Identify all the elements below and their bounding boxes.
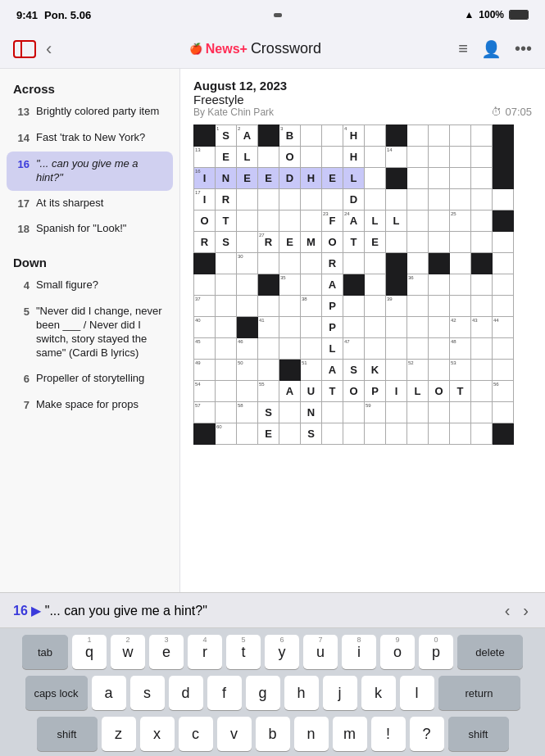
grid-cell[interactable]: E: [216, 147, 237, 168]
grid-cell[interactable]: R: [194, 232, 216, 253]
grid-cell[interactable]: [429, 125, 450, 147]
grid-cell[interactable]: [365, 168, 386, 189]
grid-cell[interactable]: E: [237, 168, 258, 189]
grid-cell[interactable]: [429, 232, 450, 253]
grid-cell[interactable]: [471, 402, 493, 423]
grid-cell[interactable]: 54: [194, 381, 216, 402]
grid-cell[interactable]: 60: [216, 423, 237, 445]
grid-cell[interactable]: [301, 125, 322, 147]
key-exclaim[interactable]: !: [371, 717, 406, 751]
grid-cell[interactable]: L: [386, 211, 407, 232]
grid-cell[interactable]: [279, 317, 301, 338]
grid-cell[interactable]: 36: [407, 274, 429, 296]
grid-cell[interactable]: T: [322, 381, 343, 402]
grid-cell[interactable]: [386, 168, 407, 189]
grid-cell[interactable]: [279, 360, 301, 381]
sidebar-toggle-button[interactable]: [13, 40, 36, 58]
tab-key[interactable]: tab: [22, 635, 68, 669]
grid-cell[interactable]: [407, 402, 429, 423]
grid-cell[interactable]: [237, 189, 258, 211]
grid-cell[interactable]: [493, 360, 514, 381]
grid-cell[interactable]: H: [343, 147, 365, 168]
clue-next-button[interactable]: ›: [520, 601, 532, 620]
grid-cell[interactable]: 53: [450, 360, 471, 381]
grid-cell[interactable]: R: [322, 253, 343, 274]
clue-across-16[interactable]: 16 "... can you give me a hint?": [7, 152, 173, 191]
grid-cell[interactable]: 4H: [343, 125, 365, 147]
grid-cell[interactable]: [258, 274, 279, 296]
clue-prev-button[interactable]: ‹: [502, 601, 514, 620]
grid-cell[interactable]: [386, 232, 407, 253]
clue-across-13[interactable]: 13 Brightly colored party item: [0, 99, 179, 125]
grid-cell[interactable]: [471, 360, 493, 381]
grid-cell[interactable]: [301, 253, 322, 274]
grid-cell[interactable]: [407, 338, 429, 360]
grid-cell[interactable]: 27R: [258, 232, 279, 253]
grid-cell[interactable]: 17I: [194, 189, 216, 211]
grid-cell[interactable]: [450, 168, 471, 189]
grid-cell[interactable]: [237, 381, 258, 402]
key-f[interactable]: f: [207, 676, 242, 710]
grid-cell[interactable]: [471, 232, 493, 253]
grid-cell[interactable]: [258, 253, 279, 274]
grid-cell[interactable]: [365, 125, 386, 147]
grid-cell[interactable]: [194, 125, 216, 147]
grid-cell[interactable]: 41: [258, 317, 279, 338]
grid-cell[interactable]: [279, 338, 301, 360]
grid-cell[interactable]: [365, 147, 386, 168]
clue-down-4[interactable]: 4 Small figure?: [0, 273, 179, 299]
left-shift-key[interactable]: shift: [37, 717, 98, 751]
grid-cell[interactable]: [365, 423, 386, 445]
grid-cell[interactable]: E: [258, 168, 279, 189]
delete-key[interactable]: delete: [457, 635, 523, 669]
key-v[interactable]: v: [217, 717, 252, 751]
grid-cell[interactable]: D: [279, 168, 301, 189]
grid-cell[interactable]: L: [237, 147, 258, 168]
grid-cell[interactable]: [450, 232, 471, 253]
right-shift-key[interactable]: shift: [448, 717, 509, 751]
grid-cell[interactable]: [365, 296, 386, 317]
key-g[interactable]: g: [246, 676, 280, 710]
grid-cell[interactable]: [493, 402, 514, 423]
grid-cell[interactable]: [279, 211, 301, 232]
grid-cell[interactable]: [301, 317, 322, 338]
grid-cell[interactable]: 16I: [194, 168, 216, 189]
grid-cell[interactable]: I: [386, 381, 407, 402]
grid-cell[interactable]: [386, 125, 407, 147]
grid-cell[interactable]: 55: [258, 381, 279, 402]
grid-cell[interactable]: P: [322, 317, 343, 338]
grid-cell[interactable]: [429, 211, 450, 232]
grid-cell[interactable]: [237, 232, 258, 253]
key-o[interactable]: 9o: [380, 635, 415, 669]
grid-cell[interactable]: [429, 189, 450, 211]
grid-cell[interactable]: P: [322, 296, 343, 317]
key-k[interactable]: k: [361, 676, 396, 710]
hint-icon[interactable]: 👤: [481, 39, 502, 59]
grid-cell[interactable]: [450, 274, 471, 296]
key-e[interactable]: 3e: [149, 635, 184, 669]
clue-across-14[interactable]: 14 Fast 'trak to New York?: [0, 125, 179, 152]
grid-cell[interactable]: [471, 423, 493, 445]
key-q[interactable]: 1q: [72, 635, 107, 669]
key-h[interactable]: h: [284, 676, 319, 710]
grid-cell[interactable]: [429, 423, 450, 445]
grid-cell[interactable]: [493, 232, 514, 253]
grid-cell[interactable]: [407, 232, 429, 253]
grid-cell[interactable]: [322, 423, 343, 445]
grid-cell[interactable]: [216, 253, 237, 274]
grid-cell[interactable]: [386, 189, 407, 211]
grid-cell[interactable]: [301, 338, 322, 360]
key-y[interactable]: 6y: [265, 635, 299, 669]
grid-cell[interactable]: 45: [194, 338, 216, 360]
grid-cell[interactable]: 51: [301, 360, 322, 381]
grid-cell[interactable]: R: [216, 189, 237, 211]
grid-cell[interactable]: 46: [237, 338, 258, 360]
grid-cell[interactable]: O: [322, 232, 343, 253]
clue-across-18[interactable]: 18 Spanish for "Look!": [0, 216, 179, 242]
grid-cell[interactable]: E: [258, 423, 279, 445]
key-t[interactable]: 5t: [226, 635, 261, 669]
key-j[interactable]: j: [323, 676, 357, 710]
grid-cell[interactable]: [471, 253, 493, 274]
grid-cell[interactable]: [343, 402, 365, 423]
grid-cell[interactable]: [471, 274, 493, 296]
